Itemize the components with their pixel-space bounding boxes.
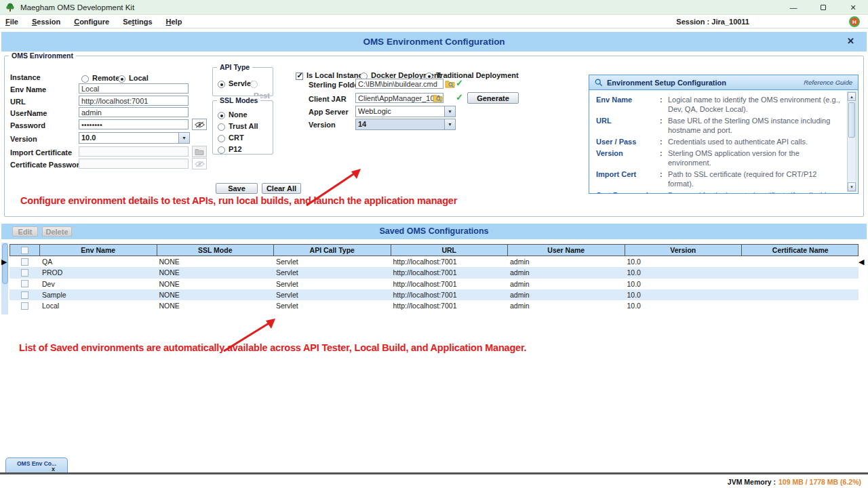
sterling-folder-browse-button[interactable] — [443, 79, 456, 89]
radio-icon — [81, 75, 89, 83]
clear-all-button[interactable]: Clear All — [262, 183, 301, 194]
help-entry: Env Name:Logical name to identify the OM… — [596, 96, 844, 115]
table-row[interactable]: Local NONE Servlet http://localhost:7001… — [9, 300, 859, 311]
folder-icon — [195, 148, 204, 155]
saved-configurations-table: Env Name SSL Mode API Call Type URL User… — [9, 244, 859, 311]
minimize-icon[interactable]: — — [778, 0, 808, 15]
column-version[interactable]: Version — [625, 245, 743, 256]
column-url[interactable]: URL — [391, 245, 509, 256]
session-label: Session : Jira_10011 — [676, 18, 749, 26]
delete-button[interactable]: Delete — [42, 226, 72, 237]
menu-file[interactable]: File — [0, 18, 25, 26]
help-entry: Cert Password:Password for the imported … — [596, 191, 844, 193]
jvm-memory-value: 109 MB / 1778 MB (6.2%) — [778, 478, 861, 486]
scrollbar-thumb[interactable] — [848, 102, 855, 138]
row-checkbox[interactable] — [21, 280, 28, 287]
api-type-servlet-radio[interactable]: Servlet — [218, 77, 254, 89]
certificate-password-visibility-button[interactable] — [192, 158, 207, 169]
env-name-input[interactable] — [79, 83, 189, 94]
table-row[interactable]: QA NONE Servlet http://localhost:7001 ad… — [9, 256, 859, 267]
app-server-label: App Server — [309, 108, 349, 116]
eye-slash-icon — [195, 121, 205, 128]
table-header-row: Env Name SSL Mode API Call Type URL User… — [9, 244, 859, 256]
password-visibility-button[interactable] — [192, 119, 207, 130]
saved-annotation: List of Saved environments are automatic… — [19, 342, 526, 353]
username-input[interactable] — [79, 107, 189, 117]
radio-icon — [218, 112, 225, 119]
menu-settings[interactable]: Settings — [116, 18, 159, 26]
selected-row-marker-left: ▶ — [1, 258, 7, 266]
saved-section-title: Saved OMS Configurations — [0, 226, 868, 236]
import-certificate-browse-button[interactable] — [192, 146, 207, 157]
ssl-p12-radio[interactable]: P12 — [218, 143, 242, 155]
scroll-down-icon[interactable]: ▼ — [848, 182, 856, 191]
ssl-trust-all-radio[interactable]: Trust All — [218, 120, 258, 132]
edit-button[interactable]: Edit — [12, 226, 38, 237]
menu-configure[interactable]: Configure — [67, 18, 116, 26]
column-user-name[interactable]: User Name — [508, 245, 625, 256]
table-row[interactable]: PROD NONE Servlet http://localhost:7001 … — [9, 267, 859, 278]
reference-guide-link[interactable]: Reference Guide — [804, 79, 852, 86]
local-version-select[interactable]: 14 ▼ — [355, 119, 456, 130]
column-env-name[interactable]: Env Name — [40, 245, 157, 256]
sterling-folder-valid-icon: ✓ — [456, 78, 463, 88]
radio-icon — [218, 146, 225, 154]
scroll-up-icon[interactable]: ▲ — [848, 92, 856, 101]
column-api-call-type[interactable]: API Call Type — [274, 245, 391, 256]
ssl-crt-radio[interactable]: CRT — [218, 131, 244, 144]
url-label: URL — [10, 98, 26, 106]
client-jar-label: Client JAR — [309, 95, 347, 103]
table-row[interactable]: Sample NONE Servlet http://localhost:700… — [9, 289, 859, 300]
window-title: Maegham OMS Development Kit — [20, 3, 134, 12]
menu-session[interactable]: Session — [25, 18, 67, 26]
sterling-folder-input[interactable] — [355, 79, 443, 89]
menu-bar: File Session Configure Settings Help Ses… — [0, 15, 868, 28]
client-jar-valid-icon: ✓ — [456, 92, 463, 102]
help-panel-body: Env Name:Logical name to identify the OM… — [589, 90, 847, 193]
password-label: Password — [10, 121, 45, 129]
local-version-label: Version — [309, 121, 336, 129]
user-avatar[interactable]: H — [849, 16, 860, 27]
menu-help[interactable]: Help — [159, 18, 189, 26]
config-annotation: Configure environment details to test AP… — [20, 195, 457, 206]
save-button[interactable]: Save — [216, 183, 258, 194]
row-checkbox[interactable] — [21, 269, 28, 277]
page-header-bar: OMS Environment Configuration ✕ — [1, 32, 867, 52]
column-certificate-name[interactable]: Certificate Name — [742, 245, 859, 256]
environment-setup-help-panel: Environment Setup Configuration Referenc… — [589, 75, 859, 194]
ssl-none-radio[interactable]: None — [218, 108, 248, 121]
chevron-down-icon: ▼ — [444, 119, 455, 129]
tab-oms-env-config[interactable]: OMS Env Co... x — [5, 458, 68, 473]
group-legend: OMS Environment — [9, 52, 76, 60]
help-scrollbar[interactable]: ▲ ▼ — [847, 92, 856, 192]
url-input[interactable] — [79, 96, 189, 106]
app-window: Maegham OMS Development Kit — ✕ File Ses… — [0, 0, 868, 488]
password-input[interactable] — [79, 119, 189, 129]
version-select[interactable]: 10.0 ▼ — [79, 132, 190, 144]
table-row[interactable]: Dev NONE Servlet http://localhost:7001 a… — [9, 279, 859, 289]
import-certificate-input[interactable] — [79, 146, 189, 157]
generate-button[interactable]: Generate — [467, 92, 519, 104]
certificate-password-label: Certificate Password — [10, 161, 84, 169]
row-checkbox[interactable] — [21, 302, 28, 310]
row-checkbox[interactable] — [21, 291, 28, 299]
instance-local-radio[interactable]: Local — [118, 72, 149, 84]
panel-close-icon[interactable]: ✕ — [847, 36, 854, 46]
help-entry: URL:Base URL of the Sterling OMS instanc… — [596, 117, 844, 136]
close-icon[interactable]: ✕ — [838, 0, 868, 15]
client-jar-browse-button[interactable] — [431, 93, 443, 103]
column-ssl-mode[interactable]: SSL Mode — [157, 245, 275, 256]
select-all-checkbox[interactable] — [10, 245, 40, 256]
table-left-scrollbar[interactable] — [1, 243, 8, 314]
tab-close-icon[interactable]: x — [52, 466, 55, 472]
app-server-select[interactable]: WebLogic ▼ — [355, 106, 456, 117]
checkbox-icon — [296, 73, 303, 80]
restore-icon[interactable] — [808, 0, 838, 15]
status-bar: JVM Memory : 109 MB / 1778 MB (6.2%) — [0, 476, 868, 488]
help-panel-header: Environment Setup Configuration Referenc… — [589, 75, 858, 90]
instance-remote-radio[interactable]: Remote — [81, 72, 119, 84]
row-checkbox[interactable] — [21, 258, 28, 266]
checkbox-icon — [21, 247, 28, 254]
certificate-password-input[interactable] — [79, 159, 189, 169]
client-jar-input[interactable] — [355, 93, 443, 103]
